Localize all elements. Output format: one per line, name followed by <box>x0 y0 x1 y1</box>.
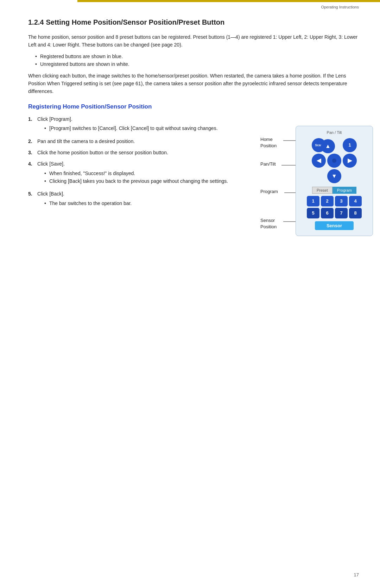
bullet-item-1: Registered buttons are shown in blue. <box>35 52 359 60</box>
empty-cell-3 <box>343 169 357 183</box>
up-arrow-icon: ▲ <box>325 143 331 149</box>
step-2: 2 Pan and tilt the camera to a desired p… <box>28 137 250 145</box>
top-accent-bar <box>77 0 380 2</box>
preset-num-4[interactable]: 4 <box>349 196 362 206</box>
page-number: 17 <box>354 572 359 577</box>
step-1-sub-1: [Program] switches to [Cancel]. Click [C… <box>44 124 218 132</box>
section-title-text: Setting Home Position/Sensor Position/Pr… <box>46 18 224 26</box>
preset-grid: 1 2 3 4 5 6 7 8 <box>301 196 368 218</box>
step-3-text: Click the home position button or the se… <box>37 150 168 155</box>
header-label: Operating Instructions <box>321 5 359 9</box>
preset-btn-1-indicator[interactable]: 1 <box>343 138 357 152</box>
intro-paragraph-1: The home position, sensor position and 8… <box>28 33 359 49</box>
step-1: 1 Click [Program]. [Program] switches to… <box>28 115 250 134</box>
step-4-sub-1: When finished, "Success!" is displayed. <box>44 169 228 177</box>
step-5-sub-1: The bar switches to the operation bar. <box>44 199 132 207</box>
step-3-number: 3 <box>28 149 34 156</box>
steps-column: 1 Click [Program]. [Program] switches to… <box>28 115 250 212</box>
pan-left-button[interactable]: ◀ <box>312 154 326 168</box>
ui-panel-wrap: Pan / Tilt Scan 1 ◀ <box>278 126 359 236</box>
section-number: 1.2.4 <box>28 18 44 26</box>
down-arrow-icon: ▼ <box>331 173 337 179</box>
preset-num-8[interactable]: 8 <box>349 208 362 218</box>
step-1-sub: [Program] switches to [Cancel]. Click [C… <box>44 124 218 132</box>
right-arrow-icon: ▶ <box>348 157 352 164</box>
two-column-layout: 1 Click [Program]. [Program] switches to… <box>28 115 359 256</box>
preset-tab[interactable]: Preset <box>312 187 332 194</box>
diagram-wrapper: HomePosition Pan/Tilt Program SensorPosi… <box>260 115 359 256</box>
label-pan-tilt: Pan/Tilt <box>260 161 276 167</box>
preset-num-6[interactable]: 6 <box>321 208 334 218</box>
bullet-list: Registered buttons are shown in blue. Un… <box>35 52 359 68</box>
program-tab[interactable]: Program <box>332 187 356 194</box>
step-list: 1 Click [Program]. [Program] switches to… <box>28 115 250 209</box>
preset-num-2[interactable]: 2 <box>321 196 334 206</box>
tilt-down-button[interactable]: ▼ <box>327 169 341 183</box>
label-program: Program <box>260 188 278 195</box>
step-4-sub-2: Clicking [Back] takes you back to the pr… <box>44 177 228 185</box>
sensor-button[interactable]: Sensor <box>315 221 354 230</box>
panel-title: Pan / Tilt <box>301 130 368 135</box>
main-content: 1.2.4Setting Home Position/Sensor Positi… <box>28 18 359 567</box>
step-5: 5 Click [Back]. The bar switches to the … <box>28 190 250 209</box>
tilt-up-button[interactable]: ▲ <box>321 139 335 153</box>
step-3: 3 Click the home position button or the … <box>28 149 250 156</box>
intro-paragraph-2: When clicking each button, the image swi… <box>28 72 359 95</box>
pan-right-button[interactable]: ▶ <box>343 154 357 168</box>
bullet-item-2: Unregistered buttons are shown in white. <box>35 60 359 68</box>
step-4-number: 4 <box>28 160 34 168</box>
step-5-text: Click [Back]. <box>37 191 64 197</box>
preset-num-3[interactable]: 3 <box>335 196 348 206</box>
step-5-sub: The bar switches to the operation bar. <box>44 199 132 207</box>
tab-row: Preset Program <box>301 187 368 194</box>
step-4: 4 Click [Save]. When finished, "Success!… <box>28 160 250 186</box>
pan-tilt-center-button[interactable] <box>327 154 341 168</box>
section-title: 1.2.4Setting Home Position/Sensor Positi… <box>28 18 359 27</box>
center-dot-icon <box>332 159 336 163</box>
step-1-number: 1 <box>28 115 34 123</box>
step-2-text: Pan and tilt the camera to a desired pos… <box>37 138 135 144</box>
empty-cell-2 <box>312 169 326 183</box>
step-4-text: Click [Save]. <box>37 161 65 167</box>
step-5-number: 5 <box>28 190 34 198</box>
step-1-text: Click [Program]. <box>37 116 72 122</box>
left-arrow-icon: ◀ <box>317 157 321 164</box>
step-4-sub: When finished, "Success!" is displayed. … <box>44 169 228 185</box>
label-home-position: HomePosition <box>260 136 277 149</box>
preset-num-7[interactable]: 7 <box>335 208 348 218</box>
label-sensor-position: SensorPosition <box>260 217 277 230</box>
preset-num-1[interactable]: 1 <box>307 196 319 206</box>
step-2-number: 2 <box>28 137 34 145</box>
ui-panel: Pan / Tilt Scan 1 ◀ <box>296 126 373 236</box>
preset-num-5[interactable]: 5 <box>307 208 319 218</box>
subsection-title: Registering Home Position/Sensor Positio… <box>28 103 359 110</box>
diagram-column: HomePosition Pan/Tilt Program SensorPosi… <box>260 115 359 256</box>
